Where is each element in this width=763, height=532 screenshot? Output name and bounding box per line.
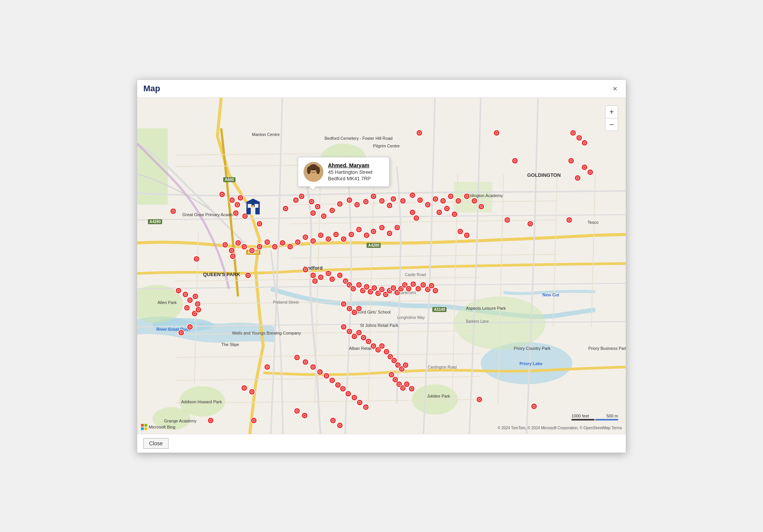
map-marker[interactable]: [279, 239, 286, 246]
map-marker[interactable]: [271, 243, 278, 250]
map-marker[interactable]: [581, 139, 588, 146]
map-marker[interactable]: [336, 422, 343, 429]
map-marker[interactable]: [587, 169, 594, 176]
map-marker[interactable]: [511, 157, 518, 164]
map-marker[interactable]: [436, 209, 443, 216]
map-marker[interactable]: [378, 197, 385, 204]
map-marker[interactable]: [399, 197, 406, 204]
map-marker[interactable]: [250, 417, 257, 424]
map-marker[interactable]: [471, 197, 478, 204]
map-marker[interactable]: [451, 211, 458, 218]
map-marker[interactable]: [574, 175, 581, 181]
map-marker[interactable]: [386, 202, 393, 209]
map-marker[interactable]: [287, 243, 294, 250]
map-marker[interactable]: [301, 412, 308, 419]
map-marker[interactable]: [354, 201, 360, 208]
map-marker[interactable]: [463, 232, 470, 239]
map-marker[interactable]: [440, 197, 446, 204]
map-marker[interactable]: [256, 220, 263, 227]
map-marker[interactable]: [413, 215, 420, 222]
map-marker[interactable]: [302, 234, 309, 241]
map-marker[interactable]: [370, 193, 377, 200]
map-marker[interactable]: [195, 306, 202, 313]
map-marker[interactable]: [248, 388, 255, 395]
map-marker[interactable]: [329, 276, 336, 283]
map-marker[interactable]: [310, 210, 317, 217]
map-marker[interactable]: [187, 323, 193, 330]
map-marker[interactable]: [241, 385, 248, 391]
map-marker[interactable]: [348, 231, 355, 238]
map-marker[interactable]: [256, 243, 263, 250]
map-marker[interactable]: [302, 266, 309, 273]
map-marker[interactable]: [317, 232, 324, 239]
map-marker[interactable]: [457, 228, 464, 235]
map-marker[interactable]: [443, 205, 450, 212]
map-marker[interactable]: [416, 129, 423, 136]
map-marker[interactable]: [302, 359, 309, 365]
map-marker[interactable]: [409, 192, 416, 199]
map-marker[interactable]: [478, 203, 485, 210]
map-marker[interactable]: [390, 196, 397, 202]
map-marker[interactable]: [234, 201, 241, 208]
map-marker[interactable]: [183, 304, 190, 311]
map-marker[interactable]: [370, 228, 377, 235]
map-marker[interactable]: [463, 193, 470, 200]
map-marker[interactable]: [568, 157, 575, 164]
map-marker[interactable]: [402, 362, 409, 369]
map-marker[interactable]: [222, 241, 229, 248]
map-marker[interactable]: [282, 205, 289, 212]
map-marker[interactable]: [340, 236, 347, 243]
map-marker[interactable]: [232, 210, 239, 217]
map-marker[interactable]: [527, 220, 534, 227]
map-marker[interactable]: [294, 407, 300, 414]
map-marker[interactable]: [248, 247, 255, 254]
map-marker[interactable]: [235, 239, 242, 246]
map-marker[interactable]: [320, 213, 327, 220]
zoom-in-button[interactable]: +: [606, 106, 618, 118]
map-marker[interactable]: [170, 208, 177, 215]
map-marker[interactable]: [329, 207, 336, 214]
map-marker[interactable]: [264, 364, 271, 370]
map-marker[interactable]: [330, 417, 336, 424]
map-marker[interactable]: [294, 239, 301, 246]
map-marker[interactable]: [356, 226, 362, 233]
zoom-out-button[interactable]: −: [606, 118, 618, 131]
map-marker[interactable]: [447, 193, 454, 200]
map-marker[interactable]: [417, 197, 424, 204]
map-marker[interactable]: [336, 201, 343, 207]
close-button[interactable]: ×: [610, 84, 620, 93]
map-marker[interactable]: [363, 232, 370, 239]
map-marker[interactable]: [432, 196, 439, 202]
map-marker[interactable]: [229, 253, 236, 260]
map-marker[interactable]: [325, 236, 332, 243]
map-marker[interactable]: [245, 272, 252, 279]
map-marker[interactable]: [193, 255, 200, 262]
map-marker[interactable]: [424, 201, 431, 208]
map-marker[interactable]: [310, 238, 317, 244]
map-marker[interactable]: [207, 417, 214, 424]
map-marker[interactable]: [356, 305, 362, 312]
map-marker[interactable]: [378, 224, 385, 231]
map-marker[interactable]: [298, 193, 305, 200]
map-marker[interactable]: [237, 194, 244, 201]
footer-close-button[interactable]: Close: [143, 438, 169, 449]
map-marker[interactable]: [310, 364, 317, 370]
map-marker[interactable]: [493, 129, 500, 136]
map-marker[interactable]: [264, 239, 271, 246]
map-marker[interactable]: [394, 224, 401, 231]
map-marker[interactable]: [408, 385, 415, 392]
map-marker[interactable]: [175, 287, 182, 294]
map-marker[interactable]: [317, 369, 323, 375]
map-marker[interactable]: [504, 217, 511, 223]
map-marker[interactable]: [362, 404, 369, 411]
map-marker[interactable]: [432, 287, 439, 294]
map-marker[interactable]: [531, 403, 537, 410]
map-marker[interactable]: [455, 197, 462, 204]
map-marker[interactable]: [317, 274, 324, 281]
map-marker[interactable]: [333, 231, 339, 238]
map-marker[interactable]: [192, 293, 199, 300]
map-marker[interactable]: [178, 329, 185, 336]
map-marker[interactable]: [386, 230, 393, 237]
map-marker[interactable]: [476, 396, 483, 403]
map-marker[interactable]: [219, 191, 226, 198]
